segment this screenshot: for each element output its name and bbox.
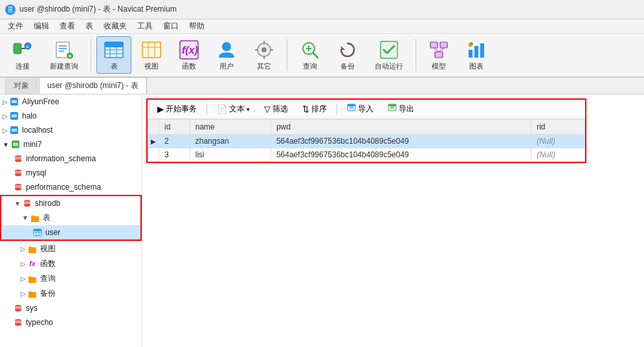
table-row[interactable]: 3 lisi 564aef3cf9967536bc104b4089c5e049 … [148,148,585,162]
views-folder-icon [27,244,38,254]
view-label: 视图 [144,62,159,71]
main-layout: ▷ AliyunFree ▷ halo ▷ localhost [0,95,644,347]
sidebar-item-mini7[interactable]: ▼ mini7 [0,137,142,151]
aliyunfree-label: AliyunFree [22,97,59,106]
halo-label: halo [22,111,37,120]
begin-tx-button[interactable]: ▶ 开始事务 [153,102,201,117]
chart-label: 图表 [469,62,483,71]
sidebar-item-sys[interactable]: sys [0,301,142,315]
shirodb-label: shirodb [35,199,60,208]
svg-text:+: + [69,52,72,59]
svg-line-39 [439,48,444,52]
svg-rect-35 [430,42,438,48]
table-row[interactable]: ▶ 2 zhangsan 564aef3cf9967536bc104b4089c… [148,135,585,148]
mini7-label: mini7 [23,140,42,149]
export-button[interactable]: 导出 [383,102,419,117]
data-toolbar: ▶ 开始事务 📄 文本 ▾ ▽ 筛选 ⇅ 排序 [148,100,585,119]
data-toolbar-sep-1 [206,104,207,115]
user-icon [216,39,237,60]
sidebar-item-performance-schema[interactable]: performance_schema [0,180,142,194]
col-rid[interactable]: rid [531,120,585,135]
sidebar-item-information-schema[interactable]: information_schema [0,151,142,166]
backups-folder-icon [27,289,38,299]
backups-label: 备份 [40,288,56,299]
sidebar-item-backups[interactable]: ▷ 备份 [0,286,142,301]
row-arrow-1: ▶ [148,135,159,148]
func-label: 函数 [182,62,196,71]
svg-text:f(x): f(x) [182,45,198,56]
svg-rect-84 [348,104,355,106]
toolbar-other[interactable]: 其它 [247,36,282,74]
toolbar-backup[interactable]: 备份 [330,36,365,74]
sidebar-item-views[interactable]: ▷ 视图 [0,241,142,256]
sidebar-item-shirodb[interactable]: ▼ shirodb [1,196,140,210]
col-name[interactable]: name [190,120,271,135]
new-query-label: 新建查询 [50,62,78,71]
highlighted-group: ▼ shirodb ▼ 表 [0,195,142,241]
svg-point-67 [24,204,30,207]
toolbar-func[interactable]: f(x) 函数 [172,36,206,74]
svg-point-24 [261,47,267,52]
toolbar-new-query[interactable]: + 新建查询 [43,36,85,74]
func-icon: f(x) [179,39,199,60]
toolbar-query[interactable]: 查询 [293,36,328,74]
svg-rect-41 [474,46,478,58]
sidebar-item-typecho[interactable]: typecho [0,315,142,330]
menu-tools[interactable]: 工具 [132,19,158,33]
svg-rect-52 [12,131,17,132]
funcs-folder-icon: fx [27,259,38,269]
sidebar-item-queries[interactable]: ▷ 查询 [0,271,142,286]
import-button[interactable]: 导入 [342,102,378,117]
menu-file[interactable]: 文件 [3,19,28,33]
svg-rect-42 [480,43,484,58]
db-icon [13,182,23,192]
shirodb-db-icon [22,198,32,208]
svg-rect-37 [435,52,443,58]
toolbar-table[interactable]: 表 [96,36,131,74]
svg-point-61 [15,174,21,176]
menu-window[interactable]: 窗口 [158,19,184,33]
svg-rect-53 [12,140,19,148]
svg-line-30 [313,53,318,58]
mini7-arrow-icon: ▼ [3,141,9,148]
sidebar-item-halo[interactable]: ▷ halo [0,109,142,123]
col-pwd[interactable]: pwd [271,120,531,135]
sidebar-item-user-table[interactable]: user [1,225,140,240]
toolbar-model[interactable]: 模型 [421,36,456,74]
sidebar-item-mysql[interactable]: mysql [0,166,142,180]
menu-edit[interactable]: 编辑 [28,19,54,33]
sidebar-item-funcs[interactable]: ▷ fx 函数 [0,256,142,271]
toolbar-user[interactable]: 用户 [209,36,244,74]
filter-button[interactable]: ▽ 筛选 [260,102,293,117]
svg-rect-0 [14,43,21,54]
menu-table[interactable]: 表 [80,19,98,33]
backups-arrow-icon: ▷ [21,290,26,297]
text-button[interactable]: 📄 文本 ▾ [212,102,254,117]
tab-object[interactable]: 对象 [5,77,38,94]
svg-rect-68 [31,216,39,222]
toolbar-view[interactable]: 视图 [134,36,169,74]
tab-table[interactable]: user @shirodb (mini7) - 表 [39,77,147,94]
col-id[interactable]: id [159,120,190,135]
menu-view[interactable]: 查看 [54,19,80,33]
toolbar-autorun[interactable]: 自动运行 [368,36,410,74]
toolbar-chart[interactable]: 图表 [459,36,494,74]
begin-tx-icon: ▶ [157,104,164,114]
menu-help[interactable]: 帮助 [184,19,210,33]
sidebar-item-localhost[interactable]: ▷ localhost [0,123,142,137]
svg-rect-40 [469,50,472,58]
toolbar: + 连接 + 新建查询 [0,34,644,78]
queries-label: 查询 [40,273,56,284]
performance-schema-label: performance_schema [26,183,101,192]
toolbar-connect[interactable]: + 连接 [5,36,40,74]
sidebar-item-aliyunfree[interactable]: ▷ AliyunFree [0,95,142,109]
typecho-label: typecho [26,318,53,327]
svg-rect-47 [10,112,18,120]
sort-icon: ⇅ [302,104,309,114]
sort-button[interactable]: ⇅ 排序 [298,102,331,117]
menu-favorites[interactable]: 收藏夹 [98,19,132,33]
typecho-db-icon [13,317,23,328]
svg-marker-33 [341,46,345,50]
sidebar-item-tables[interactable]: ▼ 表 [1,210,140,225]
svg-rect-75 [28,277,36,283]
